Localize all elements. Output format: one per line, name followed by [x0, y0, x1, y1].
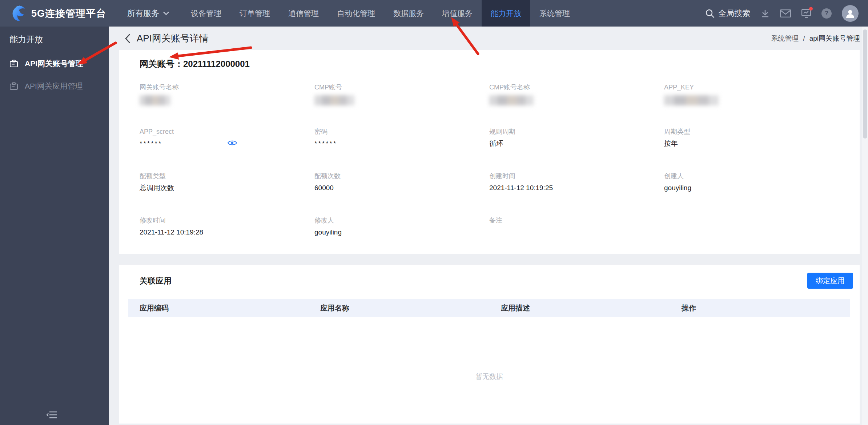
field-label: 网关账号名称 [140, 83, 314, 92]
redacted-value [314, 95, 354, 105]
empty-data-text: 暂无数据 [128, 372, 850, 381]
field-APP_KEY: APP_KEY [664, 83, 839, 127]
nav-all-services[interactable]: 所有服务 [127, 8, 169, 19]
field-label: 密码 [314, 127, 489, 136]
nav-item-数据服务[interactable]: 数据服务 [384, 0, 433, 27]
field-value: 总调用次数 [140, 183, 314, 193]
bind-app-button[interactable]: 绑定应用 [807, 273, 853, 289]
field-label: 创建人 [664, 172, 839, 180]
field-备注: 备注 [489, 216, 664, 260]
sidebar-menu: API网关账号管理API网关应用管理 [0, 52, 109, 97]
column-header-操作: 操作 [670, 303, 850, 313]
nav-item-通信管理[interactable]: 通信管理 [279, 0, 328, 27]
field-value: 按年 [664, 139, 839, 148]
page-title: API网关账号详情 [137, 32, 209, 45]
sidebar-title: 能力开放 [0, 27, 109, 49]
field-label: CMP账号名称 [489, 83, 664, 92]
detail-fields-grid: 网关账号名称CMP账号CMP账号名称APP_KEYAPP_screct*****… [140, 83, 839, 260]
field-配额类型: 配额类型总调用次数 [140, 172, 314, 216]
field-CMP账号: CMP账号 [314, 83, 489, 127]
back-icon[interactable] [124, 33, 131, 44]
breadcrumb-current: api网关账号管理 [809, 34, 860, 43]
field-周期类型: 周期类型按年 [664, 127, 839, 172]
field-修改人: 修改人gouyiling [314, 216, 489, 260]
scrollbar-track[interactable] [862, 27, 868, 425]
gateway-account-title-label: 网关账号： [140, 59, 183, 69]
field-配额次数: 配额次数60000 [314, 172, 489, 216]
sidebar-divider [0, 50, 109, 50]
gateway-account-detail-card: 网关账号：20211112000001 网关账号名称CMP账号CMP账号名称AP… [119, 50, 860, 254]
nav-item-系统管理[interactable]: 系统管理 [530, 0, 579, 27]
brand-title: 5G连接管理平台 [31, 7, 106, 20]
breadcrumb-parent[interactable]: 系统管理 [771, 34, 799, 43]
sidebar-item-label: API网关账号管理 [25, 59, 83, 69]
nav-menu: 设备管理订单管理通信管理自动化管理数据服务增值服务能力开放系统管理 [182, 0, 579, 27]
field-value: 循环 [489, 139, 664, 148]
redacted-value [489, 95, 534, 105]
download-icon[interactable] [760, 9, 770, 18]
gateway-account-title: 网关账号：20211112000001 [140, 58, 250, 70]
apps-table-header: 应用编码应用名称应用描述操作 [128, 299, 850, 317]
nav-right-tools: 全局搜索 ? [705, 5, 859, 22]
notification-dot [809, 7, 813, 11]
field-label: 周期类型 [664, 127, 839, 136]
nav-all-services-label: 所有服务 [127, 8, 159, 19]
field-修改时间: 修改时间2021-11-12 10:19:28 [140, 216, 314, 260]
sidebar-item-API网关应用管理[interactable]: API网关应用管理 [0, 75, 109, 97]
sidebar: 能力开放 API网关账号管理API网关应用管理 [0, 27, 109, 425]
brand-logo-icon [11, 5, 27, 22]
sidebar-item-API网关账号管理[interactable]: API网关账号管理 [0, 52, 109, 75]
field-label: APP_screct [140, 127, 314, 136]
related-apps-title: 关联应用 [140, 276, 172, 286]
field-APP_screct: APP_screct****** [140, 127, 314, 172]
nav-item-订单管理[interactable]: 订单管理 [230, 0, 279, 27]
mail-icon[interactable] [780, 9, 791, 17]
redacted-value [664, 95, 719, 105]
field-密码: 密码****** [314, 127, 489, 172]
page-header: API网关账号详情 系统管理 / api网关账号管理 [109, 27, 868, 50]
field-网关账号名称: 网关账号名称 [140, 83, 314, 127]
avatar[interactable] [842, 5, 859, 22]
clipboard-icon [9, 82, 18, 90]
field-CMP账号名称: CMP账号名称 [489, 83, 664, 127]
chevron-down-icon [163, 11, 169, 16]
column-header-应用描述: 应用描述 [490, 303, 670, 313]
field-label: APP_KEY [664, 83, 839, 92]
breadcrumb: 系统管理 / api网关账号管理 [771, 34, 860, 43]
gateway-account-number: 20211112000001 [183, 59, 250, 69]
field-label: 规则周期 [489, 127, 664, 136]
field-label: 修改人 [314, 216, 489, 225]
global-search[interactable]: 全局搜索 [705, 8, 750, 19]
redacted-value [140, 95, 170, 105]
nav-item-增值服务[interactable]: 增值服务 [433, 0, 482, 27]
sidebar-collapse-icon[interactable] [47, 410, 58, 421]
field-value: 2021-11-12 10:19:28 [140, 228, 314, 237]
field-value: 2021-11-12 10:19:25 [489, 183, 664, 193]
eye-icon[interactable] [227, 139, 237, 147]
nav-item-设备管理[interactable]: 设备管理 [182, 0, 230, 27]
global-search-label: 全局搜索 [718, 8, 750, 19]
field-label: 创建时间 [489, 172, 664, 180]
clipboard-icon [9, 60, 18, 68]
breadcrumb-separator: / [803, 35, 805, 43]
sidebar-item-label: API网关应用管理 [25, 81, 83, 91]
nav-item-能力开放[interactable]: 能力开放 [482, 0, 530, 27]
monitor-icon[interactable] [801, 9, 811, 18]
nav-item-自动化管理[interactable]: 自动化管理 [328, 0, 384, 27]
field-label: 修改时间 [140, 216, 314, 225]
field-创建人: 创建人gouyiling [664, 172, 839, 216]
field-规则周期: 规则周期循环 [489, 127, 664, 172]
top-navbar: 5G连接管理平台 所有服务 设备管理订单管理通信管理自动化管理数据服务增值服务能… [0, 0, 868, 27]
related-apps-card: 关联应用 绑定应用 应用编码应用名称应用描述操作 暂无数据 [119, 265, 860, 424]
column-header-应用名称: 应用名称 [309, 303, 490, 313]
field-label: 配额次数 [314, 172, 489, 180]
field-value: ****** [314, 139, 489, 148]
search-icon [705, 9, 715, 18]
field-value: gouyiling [664, 183, 839, 193]
scrollbar-thumb[interactable] [863, 29, 867, 139]
field-value: 60000 [314, 183, 489, 193]
field-label: 配额类型 [140, 172, 314, 180]
help-icon[interactable]: ? [821, 8, 832, 19]
field-label: 备注 [489, 216, 664, 225]
field-value: gouyiling [314, 228, 489, 237]
